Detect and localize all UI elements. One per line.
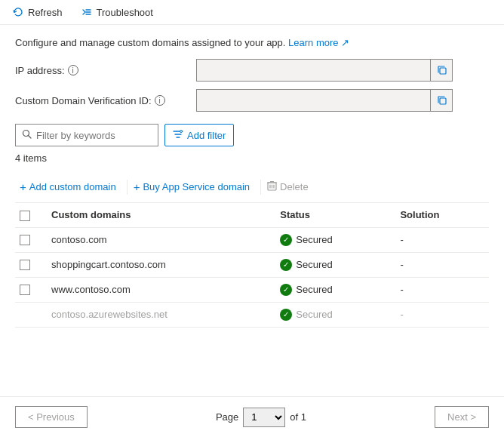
- custom-domain-id-input-container: [196, 89, 453, 112]
- row-domain: shoppingcart.contoso.com: [42, 252, 271, 277]
- ip-address-copy-button[interactable]: [430, 59, 453, 82]
- refresh-button[interactable]: Refresh: [9, 5, 66, 20]
- action-separator-1: [127, 180, 128, 195]
- table-row: contoso.azurewebsites.net ✓ Secured -: [15, 302, 489, 327]
- search-input[interactable]: [36, 130, 152, 141]
- troubleshoot-button[interactable]: Troubleshoot: [78, 5, 156, 20]
- status-text: Secured: [296, 259, 332, 270]
- table-header-solution: Solution: [391, 203, 489, 227]
- previous-button[interactable]: < Previous: [15, 406, 88, 428]
- row-status: ✓ Secured: [271, 227, 391, 252]
- custom-domain-id-input[interactable]: [196, 89, 453, 112]
- row-checkbox-cell: [15, 227, 42, 252]
- action-separator-2: [260, 180, 261, 195]
- row-solution: -: [391, 252, 489, 277]
- row-status: ✓ Secured: [271, 252, 391, 277]
- page-wrapper: Refresh Troubleshoot Configure and manag…: [0, 0, 504, 437]
- row-solution: -: [391, 302, 489, 327]
- of-label: of 1: [290, 411, 306, 423]
- table-header-row: Custom domains Status Solution: [15, 203, 489, 227]
- status-text: Secured: [296, 309, 332, 320]
- page-label: Page: [216, 411, 238, 423]
- pagination-center: Page 1 of 1: [216, 408, 306, 427]
- buy-app-service-button[interactable]: + Buy App Service domain: [129, 177, 259, 196]
- search-icon: [22, 129, 32, 141]
- description-text: Configure and manage custom domains assi…: [15, 37, 489, 48]
- table-row: www.contoso.com ✓ Secured -: [15, 277, 489, 302]
- custom-domain-id-label: Custom Domain Verification ID: i: [15, 95, 196, 106]
- action-bar: + Add custom domain + Buy App Service do…: [15, 171, 489, 203]
- troubleshoot-label: Troubleshoot: [97, 7, 153, 18]
- domains-table: Custom domains Status Solution contoso.c…: [15, 203, 489, 328]
- add-custom-domain-button[interactable]: + Add custom domain: [15, 177, 125, 196]
- items-count: 4 items: [15, 152, 489, 164]
- row-status: ✓ Secured: [271, 302, 391, 327]
- ip-address-input[interactable]: [196, 59, 453, 82]
- delete-label: Delete: [280, 181, 309, 192]
- status-text: Secured: [296, 284, 332, 295]
- row-status: ✓ Secured: [271, 277, 391, 302]
- add-filter-button[interactable]: Add filter: [164, 124, 234, 146]
- row-domain: contoso.azurewebsites.net: [42, 302, 271, 327]
- row-checkbox-cell: [15, 277, 42, 302]
- status-secured-icon: ✓: [280, 309, 292, 321]
- filter-bar: Add filter: [15, 124, 489, 146]
- refresh-icon: [12, 6, 24, 18]
- next-button[interactable]: Next >: [435, 406, 489, 428]
- row-domain: contoso.com: [42, 227, 271, 252]
- table-row: contoso.com ✓ Secured -: [15, 227, 489, 252]
- row-checkbox-cell: [15, 252, 42, 277]
- status-secured-icon: ✓: [280, 284, 292, 296]
- learn-more-link[interactable]: Learn more ↗: [288, 37, 349, 48]
- toolbar: Refresh Troubleshoot: [0, 0, 504, 25]
- pagination: < Previous Page 1 of 1 Next >: [0, 396, 504, 437]
- delete-button[interactable]: Delete: [263, 177, 318, 196]
- ip-address-info-icon[interactable]: i: [68, 65, 78, 75]
- row-checkbox-cell: [15, 302, 42, 327]
- table-header-status: Status: [271, 203, 391, 227]
- row-solution: -: [391, 227, 489, 252]
- row-checkbox-0[interactable]: [20, 235, 30, 245]
- row-checkbox-2[interactable]: [20, 285, 30, 295]
- custom-domain-id-row: Custom Domain Verification ID: i: [15, 89, 489, 112]
- svg-rect-3: [440, 68, 446, 74]
- svg-line-6: [29, 136, 32, 139]
- buy-app-service-label: Buy App Service domain: [143, 181, 250, 192]
- svg-point-7: [180, 130, 183, 132]
- row-domain: www.contoso.com: [42, 277, 271, 302]
- add-icon: +: [20, 180, 26, 193]
- buy-icon: +: [134, 180, 140, 193]
- add-custom-domain-label: Add custom domain: [29, 181, 116, 192]
- delete-icon: [267, 180, 277, 193]
- ip-address-row: IP address: i: [15, 59, 489, 82]
- custom-domain-id-copy-button[interactable]: [430, 89, 453, 112]
- row-checkbox-1[interactable]: [20, 260, 30, 270]
- ip-address-input-container: [196, 59, 453, 82]
- add-filter-icon: [173, 129, 183, 142]
- svg-rect-4: [440, 98, 446, 104]
- ip-address-label: IP address: i: [15, 65, 196, 76]
- custom-domain-info-icon[interactable]: i: [155, 95, 165, 106]
- troubleshoot-icon: [81, 6, 93, 18]
- search-box: [15, 124, 158, 146]
- add-filter-label: Add filter: [187, 130, 226, 141]
- select-all-checkbox[interactable]: [20, 211, 30, 221]
- table-row: shoppingcart.contoso.com ✓ Secured -: [15, 252, 489, 277]
- refresh-label: Refresh: [28, 7, 63, 18]
- status-text: Secured: [296, 234, 332, 245]
- status-secured-icon: ✓: [280, 259, 292, 271]
- status-secured-icon: ✓: [280, 234, 292, 246]
- table-header-checkbox-cell: [15, 203, 42, 227]
- page-select[interactable]: 1: [243, 408, 285, 427]
- main-content: Configure and manage custom domains assi…: [0, 25, 504, 340]
- table-header-domain: Custom domains: [42, 203, 271, 227]
- row-solution: -: [391, 277, 489, 302]
